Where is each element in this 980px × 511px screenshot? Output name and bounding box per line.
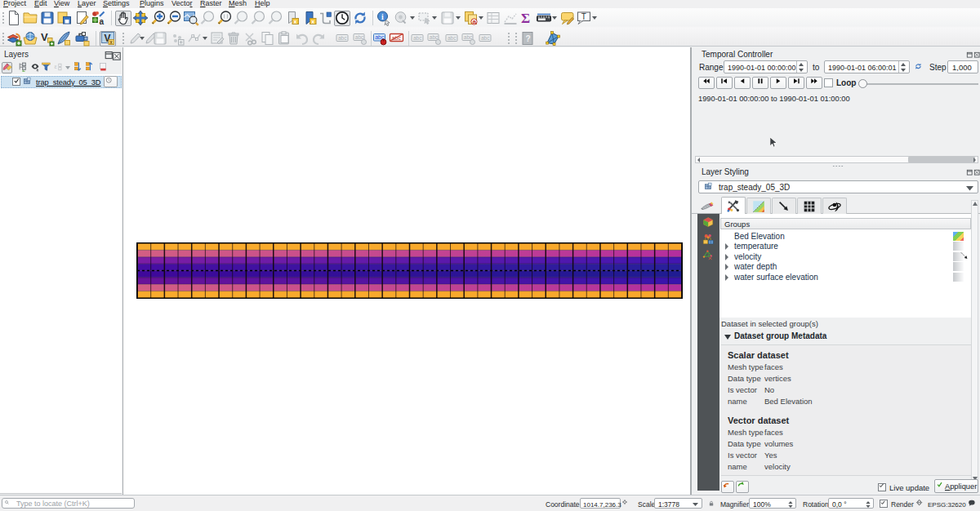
svg-text:abc: abc xyxy=(430,34,439,40)
svg-text:Σ: Σ xyxy=(521,11,530,26)
svg-text:x: x xyxy=(109,39,113,45)
svg-text:T: T xyxy=(581,12,586,21)
svg-text:abc: abc xyxy=(464,34,473,40)
svg-text:V: V xyxy=(41,31,48,43)
svg-text:abc: abc xyxy=(355,34,364,40)
svg-text:abc: abc xyxy=(481,35,490,41)
svg-text:x: x xyxy=(311,19,314,24)
svg-text:a: a xyxy=(473,18,477,25)
svg-text:abc: abc xyxy=(448,35,457,41)
svg-text:?: ? xyxy=(526,34,531,43)
svg-text:ε: ε xyxy=(55,63,58,70)
svg-text:a: a xyxy=(100,17,105,26)
svg-text:i: i xyxy=(381,13,384,21)
svg-text:x: x xyxy=(294,19,297,24)
svg-text:abc: abc xyxy=(413,35,422,41)
svg-text:abc: abc xyxy=(338,35,347,41)
